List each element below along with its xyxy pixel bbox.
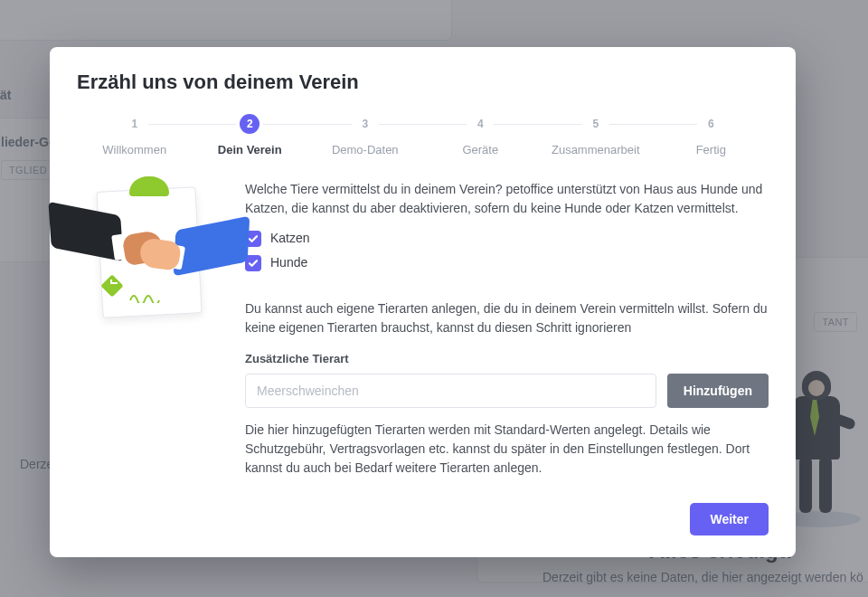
additional-species-input[interactable] bbox=[245, 374, 656, 408]
step-demo-daten[interactable]: 3 Demo-Daten bbox=[307, 114, 423, 156]
hint-text: Die hier hinzugefügten Tierarten werden … bbox=[245, 421, 769, 478]
modal-content: Welche Tiere vermittelst du in deinem Ve… bbox=[245, 180, 769, 535]
step-label: Dein Verein bbox=[193, 143, 308, 156]
step-number: 6 bbox=[701, 114, 721, 134]
step-zusammenarbeit[interactable]: 5 Zusammenarbeit bbox=[538, 114, 654, 156]
onboarding-modal: Erzähl uns von deinem Verein 1 Willkomme… bbox=[50, 47, 796, 557]
step-label: Geräte bbox=[423, 143, 539, 156]
checkbox-label: Hunde bbox=[270, 253, 307, 272]
field-label: Zusätzliche Tierart bbox=[245, 350, 769, 368]
step-number: 5 bbox=[586, 114, 606, 134]
step-number: 2 bbox=[240, 114, 259, 134]
add-species-button[interactable]: Hinzufügen bbox=[667, 374, 769, 408]
custom-species-intro: Du kannst auch eigene Tierarten anlegen,… bbox=[245, 299, 769, 337]
step-dein-verein[interactable]: 2 Dein Verein bbox=[193, 114, 308, 156]
modal-title: Erzähl uns von deinem Verein bbox=[77, 71, 769, 94]
intro-text: Welche Tiere vermittelst du in deinem Ve… bbox=[245, 180, 769, 218]
step-number: 3 bbox=[355, 114, 375, 134]
step-indicator: 1 Willkommen 2 Dein Verein 3 Demo-Daten … bbox=[77, 114, 769, 156]
step-label: Demo-Daten bbox=[307, 143, 423, 156]
step-number: 4 bbox=[470, 114, 490, 134]
step-label: Fertig bbox=[654, 143, 769, 156]
step-label: Zusammenarbeit bbox=[538, 143, 654, 156]
checkbox-label: Katzen bbox=[270, 229, 310, 248]
step-number: 1 bbox=[125, 114, 145, 134]
step-willkommen[interactable]: 1 Willkommen bbox=[77, 114, 193, 156]
step-fertig[interactable]: 6 Fertig bbox=[654, 114, 769, 156]
checkbox-katzen[interactable]: Katzen bbox=[245, 229, 769, 248]
next-button[interactable]: Weiter bbox=[690, 503, 769, 535]
checkbox-hunde[interactable]: Hunde bbox=[245, 253, 769, 272]
step-label: Willkommen bbox=[77, 143, 193, 156]
handshake-illustration bbox=[77, 180, 222, 535]
step-geraete[interactable]: 4 Geräte bbox=[423, 114, 539, 156]
